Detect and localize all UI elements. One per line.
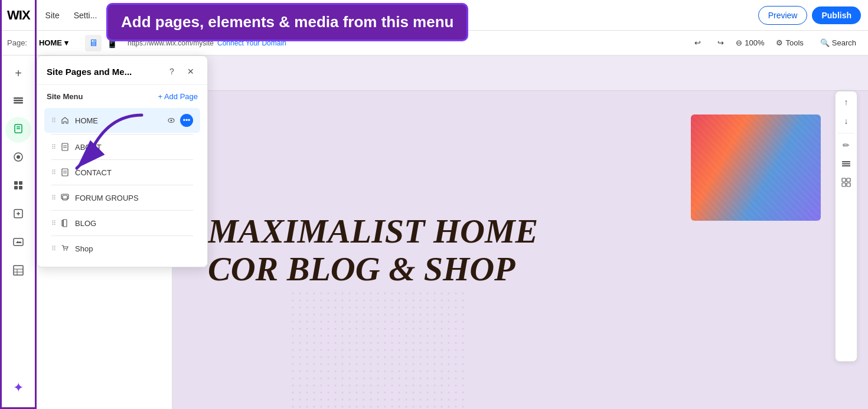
svg-rect-25 [842, 183, 846, 186]
divider-4 [51, 210, 193, 211]
svg-rect-8 [14, 181, 18, 185]
svg-rect-21 [842, 163, 850, 164]
svg-rect-36 [63, 195, 67, 200]
svg-rect-26 [847, 183, 850, 186]
svg-point-28 [171, 120, 172, 122]
svg-point-38 [66, 250, 67, 251]
edit-float-btn[interactable]: ✏ [838, 137, 854, 153]
ai-star-icon: ✦ [13, 380, 24, 395]
dialog-title: Site Pages and Me... [47, 67, 132, 77]
home-icon [60, 115, 70, 126]
sidebar-apps-btn[interactable] [5, 174, 31, 199]
layers-float-btn[interactable] [838, 156, 854, 172]
media-icon [12, 236, 24, 251]
pages-icon [12, 123, 24, 138]
publish-button[interactable]: Publish [812, 6, 861, 24]
left-sidebar: + [0, 55, 37, 409]
right-floating-toolbar: ↑ ↓ ✏ [835, 91, 857, 362]
svg-rect-29 [62, 143, 68, 150]
canvas-area: MAXIMALIST HOME COR BLOG & SHOP [172, 55, 868, 409]
sidebar-table-btn[interactable] [5, 259, 31, 284]
apps-icon [12, 179, 24, 194]
forum-icon [60, 192, 70, 203]
tools-icon: ⚙ [776, 38, 783, 47]
menu-item-shop-label: Shop [75, 244, 93, 253]
theme-icon [12, 151, 24, 166]
svg-rect-19 [291, 291, 468, 409]
page-selector[interactable]: HOME ▾ [34, 36, 73, 50]
sidebar-ai-btn[interactable]: ✦ [5, 375, 31, 401]
search-label: Search [832, 38, 856, 47]
zoom-value: 100% [745, 38, 764, 47]
sidebar-theme-btn[interactable] [5, 145, 31, 171]
site-header-preview [172, 55, 868, 91]
sidebar-plugins-btn[interactable] [5, 202, 31, 228]
site-title: MAXIMALIST HOME COR BLOG & SHOP [208, 212, 833, 288]
svg-rect-32 [62, 169, 68, 176]
drag-handle-icon: ⠿ [51, 220, 56, 227]
drag-handle-icon: ⠿ [51, 143, 56, 151]
add-icon: + [15, 67, 22, 80]
sidebar-pages-btn[interactable] [5, 117, 31, 143]
down-arrow-icon: ↓ [844, 116, 849, 126]
chevron-down-icon: ▾ [64, 38, 68, 47]
dialog-help-btn[interactable]: ? [165, 64, 179, 78]
edit-icon: ✏ [843, 140, 850, 150]
sidebar-media-btn[interactable] [5, 230, 31, 256]
svg-rect-22 [842, 165, 850, 166]
drag-handle-icon: ⠿ [51, 194, 56, 202]
drag-handle-icon: ⠿ [51, 169, 56, 176]
undo-btn[interactable]: ↩ [690, 36, 706, 50]
dialog-close-btn[interactable]: ✕ [184, 64, 198, 78]
search-icon: 🔍 [820, 38, 830, 47]
scroll-down-btn[interactable]: ↓ [838, 113, 854, 129]
preview-button[interactable]: Preview [758, 6, 808, 25]
search-btn[interactable]: 🔍 Search [815, 36, 861, 50]
grid-float-icon [841, 178, 851, 189]
nav-settings[interactable]: Setti... [68, 7, 103, 24]
up-arrow-icon: ↑ [844, 97, 849, 107]
svg-rect-23 [842, 178, 846, 182]
table-icon [12, 264, 24, 279]
svg-rect-9 [19, 181, 22, 185]
shop-icon [60, 243, 70, 254]
sidebar-layers-btn[interactable] [5, 89, 31, 114]
svg-point-37 [64, 250, 65, 251]
desktop-icon[interactable]: 🖥 [85, 35, 102, 51]
site-decoration [691, 114, 821, 221]
tutorial-tooltip: Add pages, elements & media from this me… [106, 3, 468, 41]
dialog-header-icons: ? ✕ [165, 64, 198, 78]
menu-item-forum[interactable]: ⠿ FORUM GROUPS [44, 186, 200, 209]
svg-rect-24 [847, 178, 850, 182]
toolbar-divider [838, 133, 854, 133]
menu-item-blog[interactable]: ⠿ BLOG [44, 212, 200, 234]
more-options-btn[interactable]: ••• [180, 114, 193, 127]
drag-handle-icon: ⠿ [51, 245, 56, 253]
svg-rect-10 [14, 186, 18, 189]
scroll-up-btn[interactable]: ↑ [838, 94, 854, 110]
site-preview: MAXIMALIST HOME COR BLOG & SHOP [172, 55, 868, 409]
wix-logo: WIX [7, 8, 30, 23]
grid-float-btn[interactable] [838, 175, 854, 191]
sidebar-add-btn[interactable]: + [5, 60, 31, 86]
tools-btn[interactable]: ⚙ Tools [771, 36, 808, 50]
home-actions: ••• [165, 114, 193, 127]
zoom-icon: ⊖ [736, 38, 742, 47]
svg-point-7 [17, 155, 20, 159]
arrow-indicator [71, 109, 148, 182]
redo-btn[interactable]: ↪ [713, 36, 729, 50]
svg-rect-2 [14, 102, 23, 104]
nav-site[interactable]: Site [40, 7, 66, 24]
dialog-header: Site Pages and Me... ? ✕ [37, 56, 207, 85]
menu-item-shop[interactable]: ⠿ Shop [44, 237, 200, 260]
svg-rect-14 [14, 266, 23, 275]
site-menu-section: Site Menu + Add Page [37, 85, 207, 106]
add-page-btn[interactable]: + Add Page [158, 92, 198, 101]
page-icon-about [60, 142, 70, 152]
page-icon-contact [60, 167, 70, 178]
visibility-btn[interactable] [165, 114, 178, 127]
top-bar-right: Preview Publish [758, 6, 861, 25]
plugins-icon [12, 208, 24, 223]
layers-float-icon [841, 159, 851, 170]
second-bar-right: ↩ ↪ ⊖ 100% ⚙ Tools 🔍 Search [690, 36, 861, 50]
